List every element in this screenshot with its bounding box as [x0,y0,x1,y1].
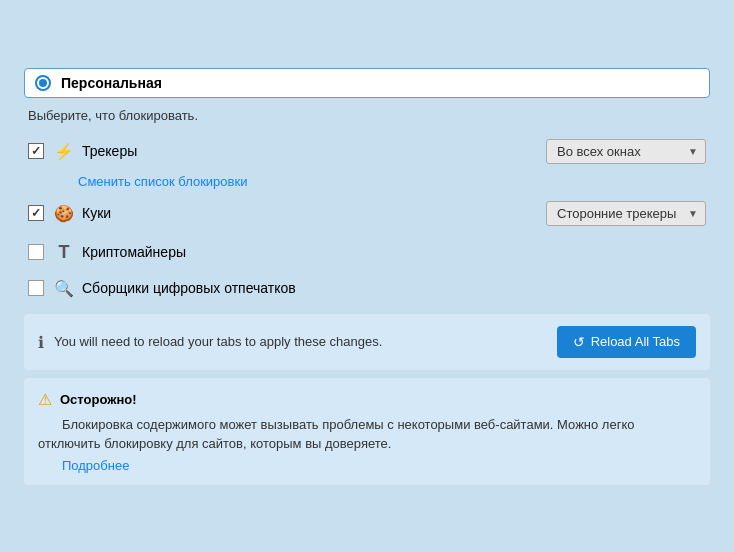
reload-icon: ↺ [573,334,585,350]
fingerprinters-row: 🔍 Сборщики цифровых отпечатков [24,273,710,304]
more-link[interactable]: Подробнее [62,458,696,473]
fingerprinters-checkbox[interactable] [28,280,44,296]
cryptominers-label: Криптомайнеры [82,244,706,260]
cryptominers-row: T Криптомайнеры [24,236,710,269]
trackers-icon: ⚡ [54,142,74,161]
cookies-dropdown[interactable]: Сторонние трекеры Все сторонние Все куки [546,201,706,226]
fingerprinters-icon: 🔍 [54,279,74,298]
trackers-row: ✓ ⚡ Трекеры Во всех окнах В приватных ок… [24,133,710,170]
reload-all-tabs-button[interactable]: ↺ Reload All Tabs [557,326,696,358]
info-icon: ℹ [38,333,44,352]
cryptominers-icon: T [54,242,74,263]
trackers-checkbox[interactable]: ✓ [28,143,44,159]
cookies-checkbox[interactable]: ✓ [28,205,44,221]
warning-title: Осторожно! [60,392,137,407]
section-header[interactable]: Персональная [24,68,710,98]
cookies-row: ✓ 🍪 Куки Сторонние трекеры Все сторонние… [24,195,710,232]
fingerprinters-label: Сборщики цифровых отпечатков [82,280,706,296]
trackers-dropdown-wrapper[interactable]: Во всех окнах В приватных окнах [546,139,706,164]
warning-text: Блокировка содержимого может вызывать пр… [38,417,634,452]
warning-header: ⚠ Осторожно! [38,390,696,409]
info-box: ℹ You will need to reload your tabs to a… [24,314,710,370]
info-text: You will need to reload your tabs to app… [54,334,545,349]
change-list-link[interactable]: Сменить список блокировки [78,174,710,189]
warning-icon: ⚠ [38,390,52,409]
cookies-icon: 🍪 [54,204,74,223]
trackers-dropdown[interactable]: Во всех окнах В приватных окнах [546,139,706,164]
reload-button-label: Reload All Tabs [591,334,680,349]
warning-box: ⚠ Осторожно! Блокировка содержимого може… [24,378,710,485]
info-content: ℹ You will need to reload your tabs to a… [38,331,545,352]
cookies-dropdown-wrapper[interactable]: Сторонние трекеры Все сторонние Все куки [546,201,706,226]
cryptominers-checkbox[interactable] [28,244,44,260]
main-panel: Персональная Выберите, что блокировать. … [12,56,722,497]
subtitle: Выберите, что блокировать. [24,108,710,123]
trackers-label: Трекеры [82,143,526,159]
section-title: Персональная [61,75,162,91]
cookies-label: Куки [82,205,526,221]
radio-personal[interactable] [35,75,51,91]
